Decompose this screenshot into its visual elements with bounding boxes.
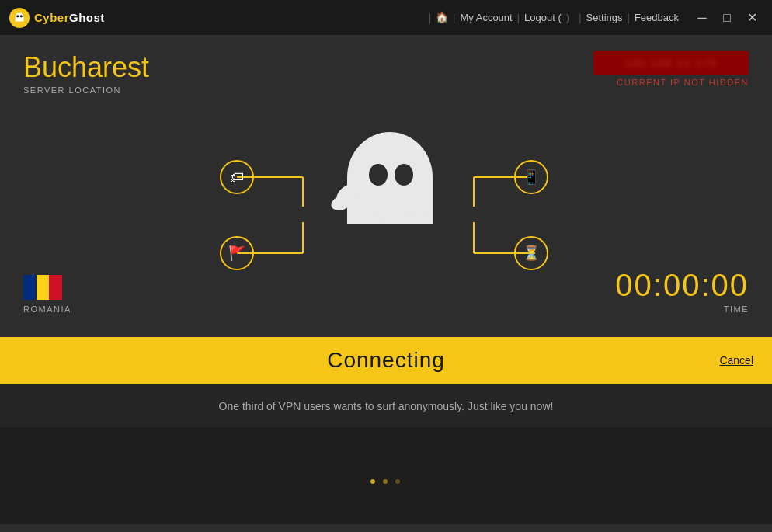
nav-sep-4: |	[579, 12, 581, 23]
minimize-button[interactable]: ─	[691, 7, 713, 29]
city-name: Bucharest	[23, 51, 149, 84]
nav-sep-home: |	[429, 12, 431, 23]
timer-label: TIME	[615, 304, 749, 314]
logout-link[interactable]: Logout (	[524, 12, 562, 23]
loading-dot-3	[395, 479, 400, 484]
nav-sep-1: |	[453, 12, 455, 23]
info-bar: One third of VPN users wants to surf ano…	[0, 384, 772, 427]
logo-text: CyberGhost	[34, 11, 105, 24]
ghost-mascot	[320, 119, 452, 254]
maximize-button[interactable]: □	[716, 7, 738, 29]
nav-sep-2: |	[517, 12, 520, 23]
nav-links: | 🏠 | My Account | Logout ( ) | Settings…	[424, 12, 679, 23]
flag-blue	[23, 275, 37, 300]
nav-sep-5: |	[628, 12, 630, 23]
info-message: One third of VPN users wants to surf ano…	[219, 400, 554, 412]
cancel-button[interactable]: Cancel	[719, 354, 753, 367]
window-controls: ─ □ ✕	[691, 7, 763, 29]
ip-hidden-label: CURRENT IP NOT HIDDEN	[593, 78, 749, 87]
svg-point-14	[369, 164, 388, 186]
logo-ghost: Ghost	[69, 11, 105, 24]
timer-area: 00:00:00 TIME	[615, 268, 749, 314]
main-content: Bucharest SERVER LOCATION 192.168.22.175…	[0, 36, 772, 337]
close-button[interactable]: ✕	[741, 7, 763, 29]
server-location-label: SERVER LOCATION	[23, 85, 149, 95]
bottom-area	[0, 427, 772, 524]
flag-area: ROMANIA	[23, 275, 71, 314]
svg-point-3	[20, 15, 23, 17]
price-tag-icon: 🏷	[230, 169, 244, 186]
ip-blur-text: 192.168.22.175	[625, 57, 717, 69]
ip-display: 192.168.22.175	[593, 51, 749, 75]
hourglass-button[interactable]: ⏳	[514, 236, 548, 270]
device-icon: 📱	[523, 169, 540, 186]
titlebar: CyberGhost | 🏠 | My Account | Logout ( )…	[0, 0, 772, 36]
flag-button[interactable]: 🚩	[220, 236, 254, 270]
flag-icon: 🚩	[228, 245, 245, 262]
price-tag-button[interactable]: 🏷	[220, 160, 254, 194]
nav-sep-3: )	[566, 12, 569, 23]
feedback-link[interactable]: Feedback	[635, 12, 679, 23]
my-account-link[interactable]: My Account	[461, 12, 513, 23]
logo-icon	[9, 8, 30, 28]
loading-dot-1	[370, 479, 375, 484]
logo-area: CyberGhost	[9, 8, 105, 28]
logo-cyber: Cyber	[34, 11, 69, 24]
country-name: ROMANIA	[23, 304, 71, 314]
timer-value: 00:00:00	[615, 268, 749, 303]
svg-point-2	[16, 15, 19, 17]
connecting-bar: Connecting Cancel	[0, 337, 772, 384]
romania-flag	[23, 275, 62, 300]
settings-link[interactable]: Settings	[586, 12, 623, 23]
hourglass-icon: ⏳	[523, 245, 540, 262]
connecting-status: Connecting	[327, 348, 445, 373]
svg-point-15	[395, 164, 413, 186]
loading-dots	[363, 468, 409, 484]
left-section: Bucharest SERVER LOCATION	[23, 51, 149, 95]
loading-dot-2	[383, 479, 388, 484]
home-link[interactable]: 🏠	[436, 12, 448, 23]
flag-yellow	[37, 275, 50, 300]
right-section: 192.168.22.175 CURRENT IP NOT HIDDEN	[593, 51, 749, 87]
device-button[interactable]: 📱	[514, 160, 548, 194]
flag-red	[49, 275, 62, 300]
